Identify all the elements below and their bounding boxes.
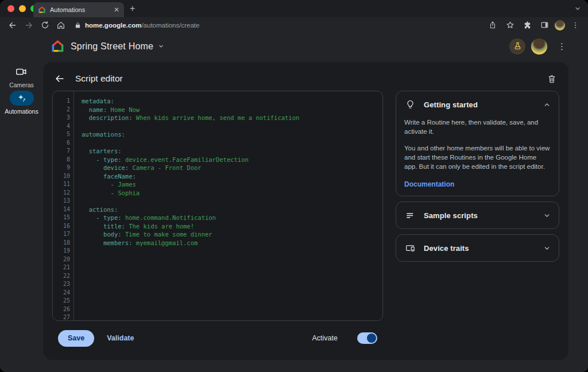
browser-menu-icon[interactable]: ⋮ [568, 19, 582, 32]
side-panel-icon[interactable] [537, 19, 551, 32]
line-number: 11 [53, 180, 70, 189]
account-avatar[interactable] [531, 38, 547, 55]
code-text [70, 197, 82, 206]
line-number: 10 [53, 172, 70, 181]
code-line: 10 faceName: [53, 172, 382, 181]
code-text: - type: device.event.FaceFamiliarDetecti… [70, 156, 249, 164]
code-line: 1metadata: [53, 97, 382, 106]
script-editor-card: Script editor 1metadata:2 name: Home Now… [43, 62, 568, 360]
getting-started-paragraph-1: Write a Routine here, then validate, sav… [404, 118, 551, 136]
code-line: 2 name: Home Now [53, 106, 382, 114]
chevron-down-icon[interactable] [543, 212, 551, 219]
code-line: 9 device: Camera - Front Door [53, 164, 382, 172]
bookmark-star-icon[interactable] [503, 19, 517, 32]
panel-device-traits-header[interactable]: Device traits [404, 242, 551, 254]
toolbar-right-icons: ⋮ [486, 19, 582, 32]
line-number: 25 [53, 297, 70, 305]
home-name[interactable]: Spring Street Home [71, 41, 153, 52]
line-number: 18 [53, 239, 70, 247]
titlebar: Automations ✕ + [0, 0, 588, 17]
save-button[interactable]: Save [58, 330, 94, 347]
chevron-down-icon[interactable] [543, 245, 551, 252]
sidebar-active-pill [10, 91, 34, 106]
code-text: device: Camera - Front Door [70, 164, 202, 172]
list-lines-icon [404, 210, 416, 221]
sidebar-nav: Cameras Automations [0, 60, 43, 372]
back-arrow-icon[interactable] [53, 72, 66, 85]
code-line: 8 - type: device.event.FaceFamiliarDetec… [53, 156, 382, 164]
code-text [70, 122, 82, 131]
sidebar-item-cameras[interactable]: Cameras [9, 64, 34, 88]
close-window-button[interactable] [7, 5, 14, 12]
code-line: 19 [53, 247, 382, 255]
reload-button[interactable] [38, 19, 52, 32]
minimize-window-button[interactable] [19, 5, 26, 12]
line-number: 21 [53, 264, 70, 272]
panel-sample-scripts-header[interactable]: Sample scripts [404, 209, 551, 222]
code-text: automations: [70, 130, 125, 139]
line-number: 24 [53, 289, 70, 297]
share-icon[interactable] [486, 19, 500, 32]
lock-icon [75, 22, 81, 29]
code-line: 4 [53, 122, 382, 131]
line-number: 27 [53, 313, 70, 321]
home-switcher-chevron-icon[interactable] [158, 43, 164, 49]
code-line: 12 - Sophia [53, 189, 382, 197]
getting-started-body: Write a Routine here, then validate, sav… [404, 118, 551, 189]
google-home-favicon [38, 6, 46, 14]
code-line: 7 starters: [53, 147, 382, 156]
validate-button[interactable]: Validate [107, 334, 134, 342]
line-number: 1 [53, 97, 70, 106]
code-text: body: Time to make some dinner [70, 230, 212, 239]
tab-close-icon[interactable]: ✕ [114, 6, 119, 13]
public-preview-flask-button[interactable] [509, 38, 525, 55]
code-text: metadata: [70, 97, 114, 106]
code-line: 5automations: [53, 130, 382, 139]
camera-icon [15, 65, 28, 78]
tab-search-chevron-icon[interactable] [574, 5, 581, 12]
code-line: 26 [53, 305, 382, 314]
back-button[interactable] [6, 19, 20, 32]
documentation-link[interactable]: Documentation [404, 180, 454, 188]
browser-window: Automations ✕ + home.google.com/automati… [0, 0, 588, 372]
code-line: 21 [53, 264, 382, 272]
extensions-icon[interactable] [520, 19, 534, 32]
code-text: - Sophia [70, 189, 140, 197]
code-line: 14 actions: [53, 206, 382, 214]
code-text: - James [70, 180, 136, 189]
panel-getting-started-header[interactable]: Getting started [404, 98, 551, 111]
app-content: Cameras Automations Script editor [0, 60, 588, 372]
delete-script-button[interactable] [546, 72, 558, 85]
browser-toolbar: home.google.com/automations/create ⋮ [0, 17, 588, 33]
code-line: 27 [53, 313, 382, 321]
panel-sample-scripts: Sample scripts [396, 202, 559, 229]
line-number: 4 [53, 122, 70, 131]
sidebar-item-automations[interactable]: Automations [5, 91, 38, 115]
line-number: 12 [53, 189, 70, 197]
line-number: 9 [53, 164, 70, 172]
lightbulb-icon [404, 99, 416, 110]
code-line: 11 - James [53, 180, 382, 189]
forward-button[interactable] [22, 19, 36, 32]
google-home-app: Spring Street Home ⋮ Cameras [0, 33, 588, 372]
chevron-up-icon[interactable] [543, 101, 551, 108]
sparkles-icon [16, 92, 28, 104]
line-number: 6 [53, 139, 70, 148]
code-editor[interactable]: 1metadata:2 name: Home Now3 description:… [52, 91, 383, 321]
code-line: 23 [53, 280, 382, 289]
line-number: 26 [53, 305, 70, 314]
address-bar[interactable]: home.google.com/automations/create [70, 19, 483, 32]
home-button[interactable] [54, 19, 68, 32]
line-number: 13 [53, 197, 70, 206]
app-menu-icon[interactable]: ⋮ [555, 42, 568, 51]
page-title: Script editor [75, 73, 536, 84]
browser-profile-avatar[interactable] [555, 20, 565, 30]
browser-tab[interactable]: Automations ✕ [33, 2, 124, 17]
code-line: 3 description: When kids arrive home, se… [53, 114, 382, 122]
trash-icon [547, 74, 556, 84]
new-tab-button[interactable]: + [130, 4, 135, 13]
line-number: 14 [53, 206, 70, 214]
activate-toggle[interactable] [357, 332, 377, 344]
line-number: 3 [53, 114, 70, 122]
toggle-knob [367, 334, 376, 343]
